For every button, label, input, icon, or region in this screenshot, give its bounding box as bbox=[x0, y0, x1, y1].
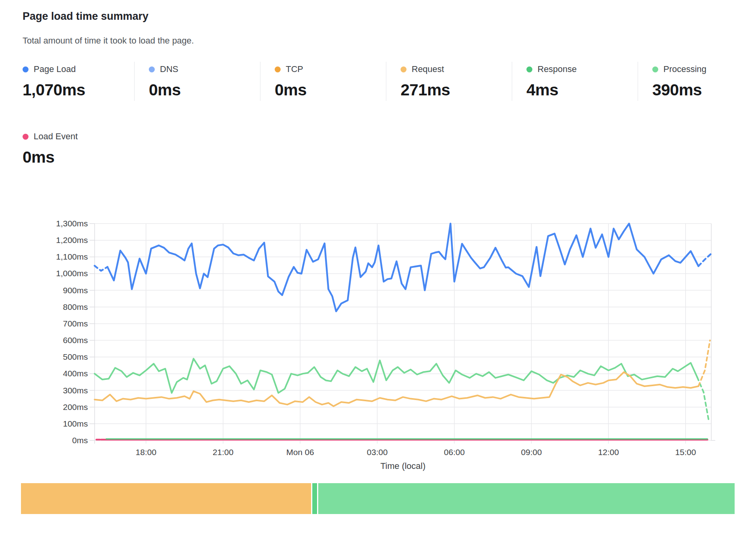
y-tick-label: 400ms bbox=[63, 369, 88, 378]
page-load-dot-icon bbox=[23, 66, 28, 72]
status-segment-processing[interactable] bbox=[318, 483, 735, 514]
metric-page-load[interactable]: Page Load 1,070ms bbox=[23, 62, 134, 101]
metric-label: Response bbox=[538, 64, 577, 74]
metric-label: Page Load bbox=[34, 64, 76, 74]
y-tick-label: 0ms bbox=[72, 436, 88, 445]
metric-value: 271ms bbox=[401, 81, 512, 99]
x-tick-label: 06:00 bbox=[444, 448, 465, 457]
series-line-page-load-dashed bbox=[95, 266, 108, 271]
metric-value: 4ms bbox=[526, 81, 638, 99]
x-axis-title: Time (local) bbox=[380, 461, 425, 471]
status-segment-request[interactable] bbox=[21, 483, 311, 514]
y-tick-label: 100ms bbox=[63, 419, 88, 428]
series-line-page-load-dashed bbox=[699, 254, 712, 266]
x-tick-label: 15:00 bbox=[675, 448, 696, 457]
status-segment-sliver[interactable] bbox=[312, 483, 317, 514]
metric-tcp[interactable]: TCP 0ms bbox=[260, 62, 386, 101]
metric-value: 0ms bbox=[275, 81, 386, 99]
series-line-request bbox=[95, 372, 699, 406]
request-dot-icon bbox=[401, 66, 406, 72]
metric-processing[interactable]: Processing 390ms bbox=[638, 62, 756, 101]
x-tick-label: 12:00 bbox=[598, 448, 619, 457]
page-subtitle: Total amount of time it took to load the… bbox=[23, 36, 194, 46]
y-tick-label: 1,000ms bbox=[56, 269, 88, 278]
load-time-chart: 0ms100ms200ms300ms400ms500ms600ms700ms80… bbox=[0, 170, 756, 482]
legend-summary-row: Page Load 1,070ms DNS 0ms TCP 0ms Reques… bbox=[23, 62, 756, 101]
y-tick-label: 500ms bbox=[63, 352, 88, 361]
x-tick-label: 03:00 bbox=[367, 448, 388, 457]
y-tick-label: 800ms bbox=[63, 302, 88, 311]
tcp-dot-icon bbox=[275, 66, 281, 72]
y-tick-label: 600ms bbox=[63, 336, 88, 345]
metric-load-event[interactable]: Load Event 0ms bbox=[23, 129, 134, 168]
metric-label: Processing bbox=[663, 64, 707, 74]
y-tick-label: 900ms bbox=[63, 286, 88, 295]
metric-value: 0ms bbox=[149, 81, 260, 99]
series-line-page-load bbox=[108, 224, 699, 311]
metric-label: Load Event bbox=[34, 131, 78, 142]
series-line-processing bbox=[95, 359, 697, 393]
metric-label: Request bbox=[412, 64, 444, 74]
dns-dot-icon bbox=[149, 66, 155, 72]
metric-label: TCP bbox=[286, 64, 303, 74]
page-load-dashboard: { "header": { "title": "Page load time s… bbox=[0, 0, 756, 535]
metric-value: 1,070ms bbox=[23, 81, 134, 99]
x-tick-label: 18:00 bbox=[136, 448, 157, 457]
y-tick-label: 1,200ms bbox=[56, 235, 88, 245]
timeline-status-bar[interactable] bbox=[21, 483, 735, 514]
metric-request[interactable]: Request 271ms bbox=[386, 62, 512, 101]
response-dot-icon bbox=[526, 66, 532, 72]
processing-dot-icon bbox=[652, 66, 658, 72]
y-tick-label: 1,100ms bbox=[56, 252, 88, 261]
y-tick-label: 200ms bbox=[63, 402, 88, 412]
metric-value: 390ms bbox=[652, 81, 756, 99]
x-tick-label: Mon 06 bbox=[286, 448, 314, 457]
series-line-request-dashed bbox=[699, 340, 710, 386]
metric-dns[interactable]: DNS 0ms bbox=[134, 62, 260, 101]
y-tick-label: 1,300ms bbox=[56, 219, 88, 228]
y-tick-label: 700ms bbox=[63, 319, 88, 328]
legend-summary-row-2: Load Event 0ms bbox=[23, 129, 134, 168]
load-event-dot-icon bbox=[23, 134, 28, 140]
page-title: Page load time summary bbox=[23, 10, 148, 23]
x-tick-label: 09:00 bbox=[521, 448, 542, 457]
x-tick-label: 21:00 bbox=[213, 448, 234, 457]
metric-value: 0ms bbox=[23, 148, 134, 167]
y-tick-label: 300ms bbox=[63, 386, 88, 395]
metric-response[interactable]: Response 4ms bbox=[512, 62, 638, 101]
metric-label: DNS bbox=[160, 64, 178, 74]
